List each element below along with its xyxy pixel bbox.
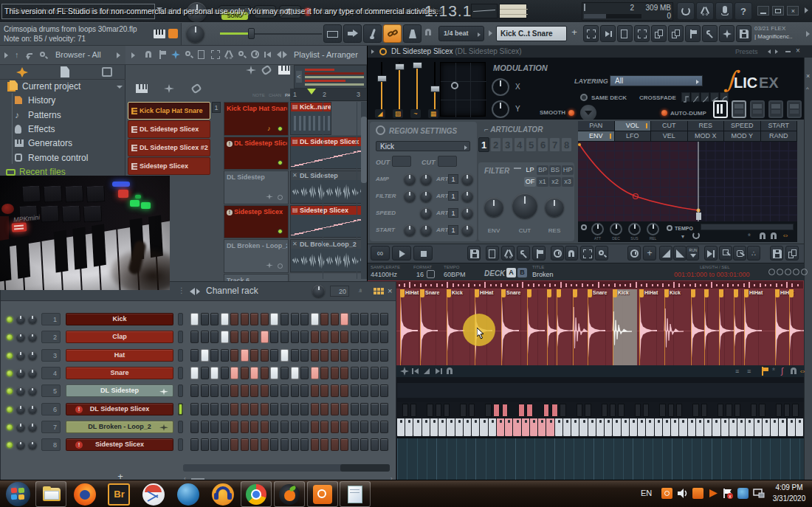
- crossfade-option[interactable]: [701, 92, 709, 102]
- env-knob-att[interactable]: [591, 223, 604, 235]
- plugin-gear-icon[interactable]: [379, 48, 387, 55]
- step-button[interactable]: [230, 331, 238, 343]
- step-button[interactable]: [190, 403, 199, 415]
- env-source-tab-lfo[interactable]: LFO: [615, 131, 651, 141]
- track-header[interactable]: !Sidestep Slicex: [224, 205, 289, 239]
- filter-of-x2[interactable]: x2: [549, 177, 561, 187]
- piano-black-key[interactable]: [485, 404, 491, 417]
- out-box[interactable]: [392, 156, 411, 167]
- cut-button[interactable]: [501, 246, 515, 261]
- step-button[interactable]: [210, 384, 219, 397]
- sine-icon[interactable]: ~: [410, 109, 421, 118]
- slice-marker-flag[interactable]: [734, 289, 738, 297]
- slice-tool-button[interactable]: [704, 246, 718, 261]
- news-more-icon[interactable]: [806, 31, 810, 37]
- step-button[interactable]: [190, 331, 199, 343]
- env-target-tab-res[interactable]: RES: [688, 121, 724, 131]
- channel-number[interactable]: 8: [41, 438, 61, 451]
- filter-knob0[interactable]: [404, 190, 416, 202]
- noise-button[interactable]: ∴: [747, 246, 760, 261]
- step-button[interactable]: [320, 313, 328, 325]
- step-button[interactable]: [360, 403, 368, 415]
- step-button[interactable]: [380, 349, 388, 362]
- speed-knob0[interactable]: [420, 207, 432, 219]
- step-button[interactable]: [331, 384, 339, 397]
- articulator-7[interactable]: 7: [549, 137, 560, 152]
- step-button[interactable]: [331, 367, 339, 379]
- rack-swing-value[interactable]: 20: [330, 286, 349, 297]
- tray-capture-icon[interactable]: [661, 488, 672, 499]
- mod-x-knob[interactable]: [492, 78, 509, 96]
- step-button[interactable]: [300, 384, 309, 397]
- step-button[interactable]: [291, 349, 299, 362]
- browser-tab-plugins-icon[interactable]: [16, 67, 28, 77]
- wave-zoom-circle-1[interactable]: [777, 269, 783, 275]
- fader-handle[interactable]: [413, 62, 422, 69]
- step-button[interactable]: [331, 421, 339, 433]
- slice-marker-flag[interactable]: [639, 289, 644, 297]
- step-button[interactable]: [270, 331, 278, 343]
- news-panel[interactable]: 03/21 FLEX| Magnificenc..: [754, 24, 803, 44]
- slice-marker-line[interactable]: [664, 289, 665, 365]
- pattern-item[interactable]: DL Sidestep Slicex: [128, 120, 210, 138]
- filter-of-x3[interactable]: x3: [562, 177, 574, 187]
- slice-marker-flag[interactable]: [691, 289, 695, 297]
- channel-pan-knob[interactable]: [16, 441, 25, 449]
- piano-black-key[interactable]: [701, 404, 707, 417]
- piano-black-key[interactable]: [518, 404, 524, 417]
- rack-hscroll-handle[interactable]: [340, 464, 390, 472]
- step-button[interactable]: [320, 349, 328, 362]
- channel-selector[interactable]: [178, 349, 183, 362]
- step-button[interactable]: [190, 349, 199, 362]
- step-button[interactable]: [210, 331, 219, 343]
- xy-handle[interactable]: [451, 82, 458, 89]
- step-button[interactable]: [221, 384, 229, 397]
- piano-strip[interactable]: [397, 402, 804, 437]
- step-button[interactable]: [190, 438, 199, 451]
- step-button[interactable]: [221, 438, 229, 451]
- step-button[interactable]: [201, 421, 209, 433]
- step-button[interactable]: [190, 313, 199, 325]
- step-button[interactable]: [331, 403, 339, 415]
- maximize-button[interactable]: [772, 6, 784, 15]
- step-button[interactable]: [320, 384, 328, 397]
- step-button[interactable]: [261, 421, 269, 433]
- channel-led[interactable]: [7, 388, 13, 394]
- browser-more-icon[interactable]: [117, 52, 120, 58]
- rack-graph-icon[interactable]: .ılı: [358, 287, 370, 295]
- wave-overview-strip[interactable]: [368, 280, 804, 289]
- slice-marker-flag[interactable]: [664, 289, 669, 297]
- step-button[interactable]: [281, 313, 289, 325]
- piano-black-key[interactable]: [618, 404, 624, 417]
- amp-knob1[interactable]: [420, 173, 432, 185]
- step-button[interactable]: [230, 403, 238, 415]
- piano-black-key[interactable]: [427, 404, 433, 417]
- step-button[interactable]: [210, 438, 219, 451]
- slice-marker-flag[interactable]: [588, 289, 592, 297]
- pattern-number-box[interactable]: 1: [212, 102, 221, 113]
- slice-marker-flag[interactable]: [744, 289, 749, 297]
- step-edit-button[interactable]: [343, 24, 362, 43]
- channel-button[interactable]: DL Sidestep Slicex!: [66, 403, 173, 415]
- step-button[interactable]: [371, 403, 379, 415]
- slice-marker-line[interactable]: [789, 289, 790, 365]
- step-button[interactable]: [261, 367, 269, 379]
- list-button[interactable]: [617, 25, 633, 42]
- dump-midi-button[interactable]: [719, 246, 732, 261]
- step-button[interactable]: [281, 421, 289, 433]
- step-button[interactable]: [190, 367, 199, 379]
- browser-tab-files-icon[interactable]: [61, 66, 69, 77]
- filter-of-of[interactable]: OF: [524, 177, 536, 187]
- playlist-deck-r-icon[interactable]: [283, 51, 287, 58]
- picker-auto-icon[interactable]: [190, 83, 202, 94]
- master-knob[interactable]: [186, 24, 204, 43]
- channel-pan-knob[interactable]: [16, 351, 25, 360]
- slice-marker-line[interactable]: [400, 289, 401, 365]
- step-button[interactable]: [360, 349, 368, 362]
- amp-knob0[interactable]: [404, 173, 416, 185]
- step-button[interactable]: [340, 313, 348, 325]
- browser-item-remote-control[interactable]: Remote control: [0, 151, 125, 165]
- slice-marker-line[interactable]: [691, 289, 692, 365]
- piano-black-key[interactable]: [751, 404, 757, 417]
- slice-marker-line[interactable]: [447, 289, 447, 365]
